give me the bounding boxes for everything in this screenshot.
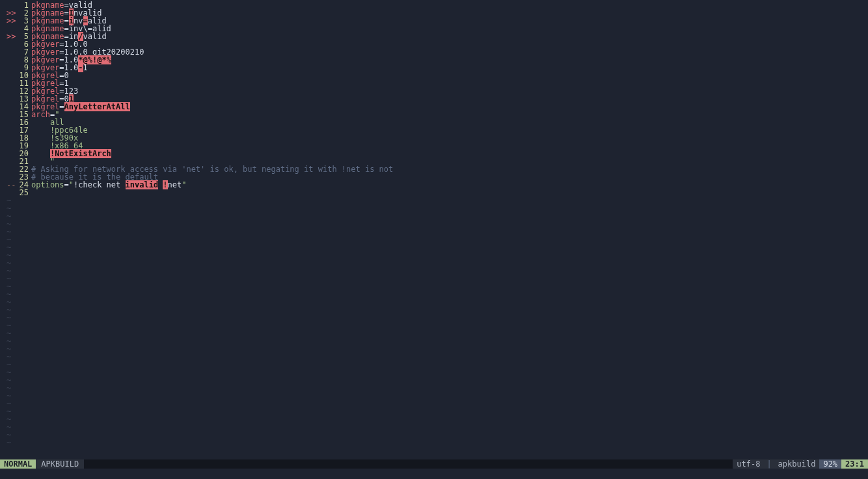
empty-line: ~ — [0, 259, 868, 267]
code-line[interactable]: >>2pkgname=Invalid — [0, 9, 868, 17]
tilde-icon: ~ — [0, 439, 11, 446]
code-line[interactable]: 8pkgver=1.0*@%!@*% — [0, 56, 868, 64]
sign-column: >> — [0, 17, 16, 25]
code-line[interactable]: 7pkgver=1.0.0_git20200210 — [0, 48, 868, 56]
sign-column — [0, 48, 16, 56]
code-line[interactable]: 10pkgrel=0 — [0, 72, 868, 79]
code-line[interactable]: 16 all — [0, 118, 868, 126]
sign-column — [0, 103, 16, 111]
sign-column — [0, 95, 16, 103]
code-line[interactable]: 9pkgver=1.0-1 — [0, 64, 868, 72]
code-line[interactable]: 12pkgrel=123 — [0, 87, 868, 95]
encoding: utf-8 — [733, 459, 764, 469]
line-number: 25 — [16, 189, 30, 197]
code-line[interactable]: 11pkgrel=1 — [0, 79, 868, 87]
empty-line: ~ — [0, 439, 868, 446]
code-area[interactable]: 1pkgname=valid>>2pkgname=Invalid>>3pkgna… — [0, 0, 868, 459]
sign-column — [0, 64, 16, 72]
empty-line: ~ — [0, 228, 868, 236]
code-line[interactable]: >>5pkgname=in/valid — [0, 33, 868, 40]
code-line[interactable]: 15arch=" — [0, 111, 868, 118]
empty-line: ~ — [0, 353, 868, 361]
empty-line: ~ — [0, 243, 868, 251]
sign-column — [0, 150, 16, 157]
code-line[interactable]: 19 !x86_64 — [0, 142, 868, 150]
scroll-percent: 92% — [819, 459, 841, 469]
sign-column — [0, 111, 16, 118]
sign-column: -- — [0, 181, 16, 189]
editor: 1pkgname=valid>>2pkgname=Invalid>>3pkgna… — [0, 0, 868, 479]
sign-column: >> — [0, 33, 16, 40]
command-line[interactable] — [0, 469, 868, 479]
sign-column — [0, 40, 16, 48]
sign-column — [0, 79, 16, 87]
sign-column — [0, 87, 16, 95]
sign-column — [0, 72, 16, 79]
cursor-position: 23:1 — [841, 459, 868, 469]
sign-column — [0, 126, 16, 134]
empty-line: ~ — [0, 204, 868, 212]
empty-line: ~ — [0, 314, 868, 322]
filetype: apkbuild — [774, 459, 820, 469]
sign-column — [0, 118, 16, 126]
code-line[interactable]: --24options="!check net invalid !net" — [0, 181, 868, 189]
empty-line: ~ — [0, 298, 868, 306]
code-line[interactable]: 25 — [0, 189, 868, 197]
empty-line: ~ — [0, 220, 868, 228]
mode-indicator: NORMAL — [0, 459, 36, 469]
sign-column — [0, 56, 16, 64]
empty-line: ~ — [0, 322, 868, 329]
empty-line: ~ — [0, 361, 868, 368]
code-line[interactable]: >>3pkgname=inv=alid — [0, 17, 868, 25]
filename: APKBUILD — [36, 459, 84, 469]
code-line[interactable]: 13pkgrel=01 — [0, 95, 868, 103]
line-content[interactable] — [30, 189, 31, 197]
status-bar: NORMAL APKBUILD utf-8 | apkbuild 92% 23:… — [0, 459, 868, 469]
empty-line: ~ — [0, 267, 868, 275]
empty-line: ~ — [0, 212, 868, 220]
sign-column — [0, 142, 16, 150]
code-line[interactable]: 17 !ppc64le — [0, 126, 868, 134]
code-line[interactable]: 18 !s390x — [0, 134, 868, 142]
sign-column — [0, 134, 16, 142]
empty-line: ~ — [0, 275, 868, 282]
code-line[interactable]: 14pkgrel=AnyLetterAtAll — [0, 103, 868, 111]
sign-column — [0, 165, 16, 173]
empty-line: ~ — [0, 290, 868, 298]
empty-line: ~ — [0, 337, 868, 345]
empty-line: ~ — [0, 376, 868, 384]
empty-line: ~ — [0, 306, 868, 314]
code-line[interactable]: 4pkgname=inv\=alid — [0, 25, 868, 33]
separator: | — [764, 459, 774, 469]
empty-line: ~ — [0, 400, 868, 407]
empty-line: ~ — [0, 431, 868, 439]
code-line[interactable]: 20 !NotExistArch — [0, 150, 868, 157]
empty-line: ~ — [0, 384, 868, 392]
empty-line: ~ — [0, 392, 868, 400]
empty-line: ~ — [0, 368, 868, 376]
empty-line: ~ — [0, 345, 868, 353]
empty-line: ~ — [0, 282, 868, 290]
empty-line: ~ — [0, 251, 868, 259]
code-line[interactable]: 1pkgname=valid — [0, 1, 868, 9]
empty-line: ~ — [0, 415, 868, 423]
empty-line: ~ — [0, 236, 868, 243]
sign-column — [0, 157, 16, 165]
empty-line: ~ — [0, 423, 868, 431]
empty-line: ~ — [0, 407, 868, 415]
line-content[interactable]: options="!check net invalid !net" — [30, 181, 187, 189]
empty-line: ~ — [0, 197, 868, 204]
empty-line: ~ — [0, 329, 868, 337]
